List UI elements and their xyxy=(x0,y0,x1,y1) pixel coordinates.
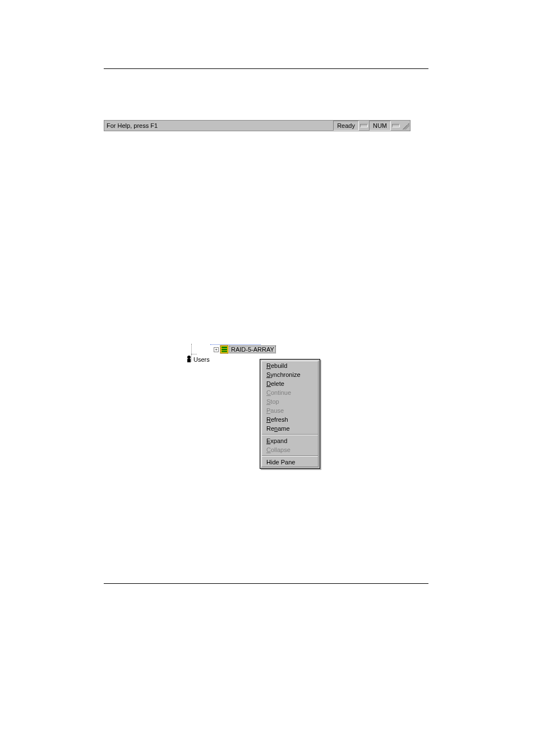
menu-item-synchronize[interactable]: Synchronize xyxy=(262,370,318,379)
menu-item-expand[interactable]: Expand xyxy=(262,436,318,445)
status-ready-pane: Ready xyxy=(333,121,359,131)
tree-item-label[interactable]: RAID-5-ARRAY xyxy=(230,346,275,353)
tree-item-raid-array[interactable]: + RAID-5-ARRAY xyxy=(187,345,275,354)
horizontal-rule-top xyxy=(104,68,428,69)
status-help-text: For Help, press F1 xyxy=(104,122,333,129)
horizontal-rule-bottom xyxy=(104,583,428,584)
tree-connector-icon xyxy=(187,344,204,362)
menu-item-continue: Continue xyxy=(262,388,318,397)
svg-rect-1 xyxy=(222,347,227,348)
menu-item-pause: Pause xyxy=(262,406,318,415)
menu-item-stop: Stop xyxy=(262,397,318,406)
status-empty-pane xyxy=(360,124,368,127)
menu-item-hide-pane[interactable]: Hide Pane xyxy=(262,458,318,467)
menu-separator xyxy=(262,434,318,435)
raid-array-icon xyxy=(220,345,229,354)
svg-rect-2 xyxy=(222,349,227,351)
svg-rect-3 xyxy=(222,351,227,352)
status-empty-pane-2 xyxy=(392,124,400,127)
menu-item-refresh[interactable]: Refresh xyxy=(262,415,318,424)
menu-separator xyxy=(262,455,318,457)
menu-item-delete[interactable]: Delete xyxy=(262,379,318,388)
resize-grip-icon[interactable] xyxy=(401,121,410,130)
menu-item-rebuild[interactable]: Rebuild xyxy=(262,361,318,370)
menu-item-collapse: Collapse xyxy=(262,445,318,454)
menu-item-rename[interactable]: Rename xyxy=(262,424,318,433)
status-bar: For Help, press F1 Ready NUM xyxy=(104,120,411,131)
status-numlock-pane: NUM xyxy=(369,121,391,131)
expand-toggle[interactable]: + xyxy=(214,347,219,352)
context-menu: RebuildSynchronizeDeleteContinueStopPaus… xyxy=(260,359,320,469)
